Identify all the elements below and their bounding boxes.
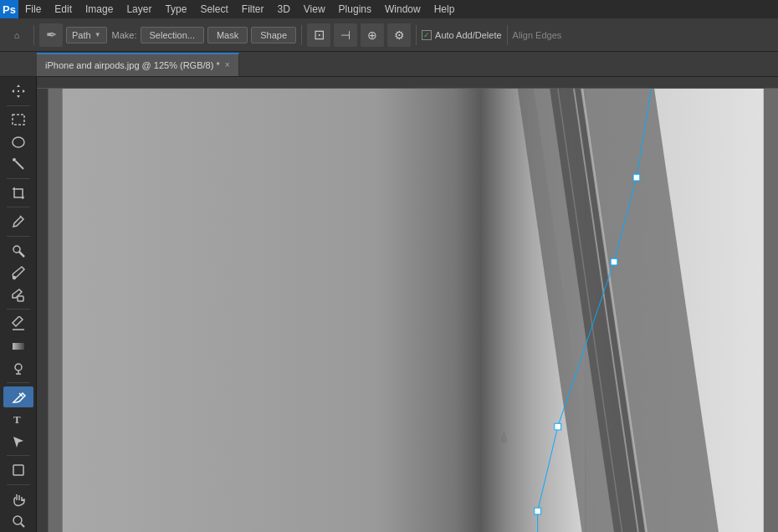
svg-rect-0 <box>13 115 24 125</box>
options-toolbar: ⌂ ✒ Path ▼ Make: Selection... Mask Shape… <box>0 18 778 52</box>
tabbar: iPhone and airpods.jpg @ 125% (RGB/8) * … <box>0 52 778 77</box>
menu-edit[interactable]: Edit <box>48 2 79 17</box>
tool-move[interactable] <box>3 80 33 102</box>
dropdown-arrow: ▼ <box>95 31 101 38</box>
tool-zoom[interactable] <box>3 510 33 532</box>
tool-spot-heal[interactable] <box>3 240 33 262</box>
tool-hand[interactable] <box>3 489 33 510</box>
divider-4 <box>507 25 508 45</box>
path-mode-label: Path <box>72 30 91 40</box>
anchor-point-5[interactable] <box>535 508 541 514</box>
menu-items: File Edit Image Layer Type Select Filter… <box>18 2 461 17</box>
anchor-point-4[interactable] <box>555 423 561 430</box>
tool-sep-4 <box>7 236 30 237</box>
tool-dodge[interactable] <box>3 357 33 379</box>
svg-point-2 <box>13 158 16 161</box>
menu-filter[interactable]: Filter <box>235 2 271 17</box>
tool-sep-2 <box>7 178 30 179</box>
mask-button[interactable]: Mask <box>207 27 248 43</box>
shape-button[interactable]: Shape <box>251 27 296 43</box>
auto-add-checkbox[interactable]: ✓ <box>422 30 432 40</box>
auto-add-delete-container: ✓ Auto Add/Delete <box>422 30 502 40</box>
tool-clone[interactable] <box>3 284 33 306</box>
anchor-point-2[interactable] <box>633 174 640 181</box>
tool-sep-6 <box>7 382 30 383</box>
tool-brush[interactable] <box>3 262 33 284</box>
menu-help[interactable]: Help <box>427 2 462 17</box>
anchor-icon[interactable]: ⊕ <box>361 23 384 47</box>
menu-view[interactable]: View <box>297 2 332 17</box>
svg-point-1 <box>13 137 24 147</box>
auto-add-label: Auto Add/Delete <box>435 30 502 40</box>
menu-image[interactable]: Image <box>79 2 120 17</box>
tool-pen[interactable] <box>3 386 33 408</box>
canvas-area[interactable] <box>37 77 778 532</box>
tool-sep-5 <box>7 309 30 309</box>
tool-eraser[interactable] <box>3 313 33 335</box>
svg-point-10 <box>15 364 22 371</box>
menu-type[interactable]: Type <box>158 2 193 17</box>
menu-file[interactable]: File <box>18 2 48 17</box>
divider-2 <box>301 25 302 45</box>
tool-crop[interactable] <box>3 182 33 204</box>
menu-plugins[interactable]: Plugins <box>332 2 378 17</box>
svg-point-4 <box>13 246 20 253</box>
pen-mode-icon[interactable]: ✒ <box>39 23 63 47</box>
anchor-point-3[interactable] <box>611 258 617 265</box>
tool-sep-3 <box>7 207 30 207</box>
tool-path-select[interactable] <box>3 431 33 453</box>
svg-line-16 <box>21 524 24 527</box>
svg-rect-7 <box>18 296 23 301</box>
tool-shape[interactable] <box>3 459 33 481</box>
main-area: T <box>0 77 778 532</box>
menu-layer[interactable]: Layer <box>120 2 158 17</box>
tool-rect-select[interactable] <box>3 109 33 130</box>
align-edges-label: Align Edges <box>513 30 562 40</box>
svg-rect-9 <box>13 343 24 350</box>
svg-text:T: T <box>13 413 21 426</box>
tool-sep-8 <box>7 484 30 485</box>
menubar: Ps File Edit Image Layer Type Select Fil… <box>0 0 778 18</box>
svg-rect-14 <box>13 465 23 475</box>
divider-1 <box>33 25 34 45</box>
menu-window[interactable]: Window <box>378 2 427 17</box>
tool-lasso[interactable] <box>3 131 33 153</box>
align-icon[interactable]: ⊣ <box>334 23 357 47</box>
tab-close-btn[interactable]: × <box>225 60 230 69</box>
tool-gradient[interactable] <box>3 335 33 357</box>
ps-logo: Ps <box>0 0 18 18</box>
tool-type[interactable]: T <box>3 408 33 430</box>
path-mode-dropdown[interactable]: Path ▼ <box>66 27 107 43</box>
svg-line-3 <box>15 161 23 170</box>
tool-sep-7 <box>7 455 30 456</box>
svg-line-5 <box>19 252 24 257</box>
ruler-horizontal <box>37 77 778 89</box>
transform-icon[interactable]: ⊡ <box>307 23 330 47</box>
tool-eyedropper[interactable] <box>3 211 33 233</box>
tab-title: iPhone and airpods.jpg @ 125% (RGB/8) * <box>45 60 220 70</box>
left-toolbar: T <box>0 77 37 532</box>
svg-point-6 <box>13 277 15 279</box>
menu-3d[interactable]: 3D <box>270 2 296 17</box>
svg-rect-17 <box>63 88 586 532</box>
make-label: Make: <box>112 30 137 40</box>
tool-magic-wand[interactable] <box>3 154 33 176</box>
menu-select[interactable]: Select <box>193 2 234 17</box>
selection-button[interactable]: Selection... <box>141 27 204 43</box>
tool-sep-1 <box>7 105 30 106</box>
home-btn[interactable]: ⌂ <box>5 23 28 47</box>
file-tab[interactable]: iPhone and airpods.jpg @ 125% (RGB/8) * … <box>37 53 239 76</box>
canvas-svg[interactable] <box>37 77 778 532</box>
settings-icon[interactable]: ⚙ <box>387 23 411 47</box>
ruler-vertical <box>37 89 49 532</box>
svg-point-15 <box>13 516 22 524</box>
divider-3 <box>416 25 417 45</box>
